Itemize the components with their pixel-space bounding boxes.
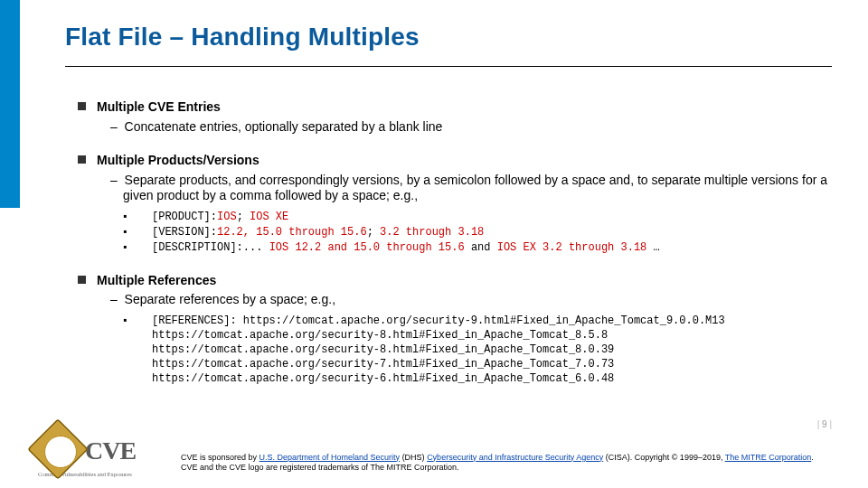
code-block: ▪[PRODUCT]:IOS; IOS XE▪[VERSION]:12.2, 1… xyxy=(141,210,832,255)
code-bullet-icon: ▪ xyxy=(141,225,152,239)
section-heading: Multiple Products/Versions xyxy=(78,153,832,169)
code-line: ▪[DESCRIPTION]:... IOS 12.2 and 15.0 thr… xyxy=(141,240,832,255)
square-bullet-icon xyxy=(78,155,86,164)
page-number: | 9 | xyxy=(817,419,832,429)
section: Multiple References– Separate references… xyxy=(78,273,832,386)
code-line: https://tomcat.apache.org/security-7.htm… xyxy=(141,358,832,371)
slide-title: Flat File – Handling Multiples xyxy=(65,23,832,52)
code-line: ▪[REFERENCES]: https://tomcat.apache.org… xyxy=(141,314,832,328)
code-line: https://tomcat.apache.org/security-8.htm… xyxy=(141,343,832,357)
code-bullet-icon: ▪ xyxy=(141,210,152,223)
section-heading: Multiple References xyxy=(78,273,832,289)
section-sub: – Concatenate entries, optionally separa… xyxy=(110,119,832,136)
code-bullet-icon: ▪ xyxy=(141,314,152,327)
square-bullet-icon xyxy=(78,276,86,284)
code-line: ▪[VERSION]:12.2, 15.0 through 15.6; 3.2 … xyxy=(141,225,832,239)
code-block: ▪[REFERENCES]: https://tomcat.apache.org… xyxy=(141,314,832,386)
square-bullet-icon xyxy=(78,102,86,110)
title-area: Flat File – Handling Multiples xyxy=(65,23,832,67)
accent-bar xyxy=(0,0,20,208)
section-heading: Multiple CVE Entries xyxy=(78,99,832,116)
section: Multiple CVE Entries– Concatenate entrie… xyxy=(78,99,832,135)
code-line: ▪[PRODUCT]:IOS; IOS XE xyxy=(141,210,832,224)
code-line: https://tomcat.apache.org/security-6.htm… xyxy=(141,372,832,386)
title-divider xyxy=(65,66,832,67)
code-bullet-icon: ▪ xyxy=(141,240,152,254)
section-sub: – Separate references by a space; e.g., xyxy=(110,292,832,308)
footer-text: CVE is sponsored by U.S. Department of H… xyxy=(181,453,832,474)
section-sub: – Separate products, and correspondingly… xyxy=(110,173,832,204)
logo-text: CVE xyxy=(85,436,136,465)
code-line: https://tomcat.apache.org/security-8.htm… xyxy=(141,329,832,343)
footer-link-cisa[interactable]: Cybersecurity and Infrastructure Securit… xyxy=(427,453,603,462)
section: Multiple Products/Versions– Separate pro… xyxy=(78,153,832,255)
logo: CVE Common Vulnerabilities and Exposures xyxy=(38,429,156,477)
footer-link-dhs[interactable]: U.S. Department of Homeland Security xyxy=(259,453,401,462)
slide-content: Multiple CVE Entries– Concatenate entrie… xyxy=(78,99,832,404)
footer-link-mitre[interactable]: The MITRE Corporation xyxy=(725,453,812,462)
